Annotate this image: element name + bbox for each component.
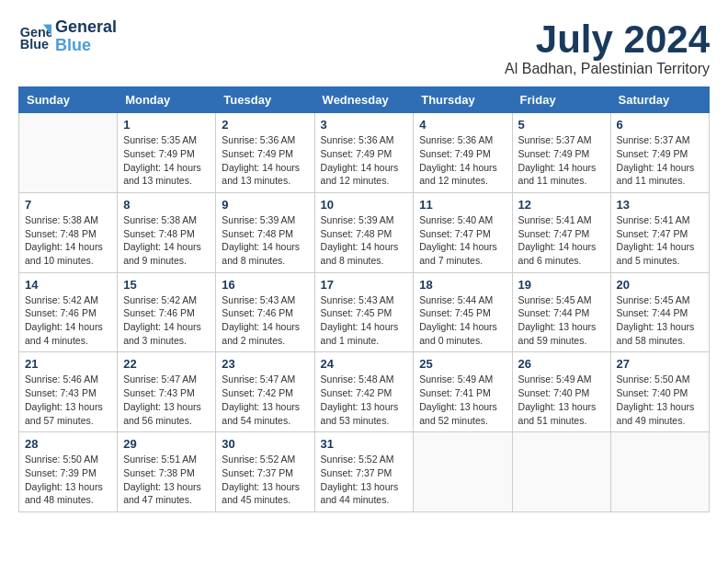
calendar-cell: 14Sunrise: 5:42 AM Sunset: 7:46 PM Dayli… [19, 272, 118, 352]
calendar-cell: 23Sunrise: 5:47 AM Sunset: 7:42 PM Dayli… [216, 352, 314, 432]
day-info: Sunrise: 5:36 AM Sunset: 7:49 PM Dayligh… [222, 133, 308, 188]
day-number: 4 [419, 118, 506, 132]
day-info: Sunrise: 5:37 AM Sunset: 7:49 PM Dayligh… [617, 133, 703, 188]
day-number: 16 [222, 278, 308, 292]
calendar-header-row: SundayMondayTuesdayWednesdayThursdayFrid… [19, 87, 710, 113]
calendar-cell: 26Sunrise: 5:49 AM Sunset: 7:40 PM Dayli… [512, 352, 610, 432]
day-info: Sunrise: 5:52 AM Sunset: 7:37 PM Dayligh… [222, 453, 308, 507]
day-info: Sunrise: 5:47 AM Sunset: 7:42 PM Dayligh… [222, 373, 308, 427]
day-info: Sunrise: 5:42 AM Sunset: 7:46 PM Dayligh… [123, 293, 210, 348]
day-info: Sunrise: 5:49 AM Sunset: 7:40 PM Dayligh… [518, 373, 605, 427]
calendar-cell: 5Sunrise: 5:37 AM Sunset: 7:49 PM Daylig… [512, 113, 610, 193]
page-header: General Blue General Blue July 2024 Al B… [18, 18, 710, 77]
day-info: Sunrise: 5:39 AM Sunset: 7:48 PM Dayligh… [321, 213, 408, 268]
calendar-header-sunday: Sunday [19, 87, 118, 113]
day-info: Sunrise: 5:36 AM Sunset: 7:49 PM Dayligh… [321, 133, 408, 188]
day-number: 27 [617, 357, 703, 371]
calendar-header-wednesday: Wednesday [314, 87, 414, 113]
day-number: 21 [25, 357, 111, 371]
calendar-cell: 2Sunrise: 5:36 AM Sunset: 7:49 PM Daylig… [216, 113, 314, 193]
day-number: 20 [617, 278, 703, 292]
svg-text:Blue: Blue [20, 36, 49, 51]
calendar-cell: 30Sunrise: 5:52 AM Sunset: 7:37 PM Dayli… [216, 432, 314, 512]
day-info: Sunrise: 5:47 AM Sunset: 7:43 PM Dayligh… [123, 373, 210, 427]
calendar-header-monday: Monday [118, 87, 216, 113]
calendar-cell: 12Sunrise: 5:41 AM Sunset: 7:47 PM Dayli… [512, 192, 610, 272]
day-number: 15 [123, 278, 210, 292]
calendar-cell: 17Sunrise: 5:43 AM Sunset: 7:45 PM Dayli… [314, 272, 414, 352]
sub-title: Al Badhan, Palestinian Territory [505, 61, 710, 77]
calendar-cell: 13Sunrise: 5:41 AM Sunset: 7:47 PM Dayli… [610, 192, 709, 272]
day-info: Sunrise: 5:51 AM Sunset: 7:38 PM Dayligh… [123, 453, 210, 507]
day-info: Sunrise: 5:46 AM Sunset: 7:43 PM Dayligh… [25, 373, 111, 427]
calendar-cell [414, 432, 512, 512]
calendar-cell: 28Sunrise: 5:50 AM Sunset: 7:39 PM Dayli… [19, 432, 118, 512]
day-info: Sunrise: 5:36 AM Sunset: 7:49 PM Dayligh… [419, 133, 506, 188]
day-number: 22 [123, 357, 210, 371]
day-number: 13 [617, 198, 703, 212]
calendar-cell: 25Sunrise: 5:49 AM Sunset: 7:41 PM Dayli… [414, 352, 512, 432]
calendar-cell [610, 432, 709, 512]
calendar-cell: 15Sunrise: 5:42 AM Sunset: 7:46 PM Dayli… [118, 272, 216, 352]
day-info: Sunrise: 5:43 AM Sunset: 7:46 PM Dayligh… [222, 293, 308, 348]
day-number: 25 [419, 357, 506, 371]
day-info: Sunrise: 5:44 AM Sunset: 7:45 PM Dayligh… [419, 293, 506, 348]
calendar-cell: 20Sunrise: 5:45 AM Sunset: 7:44 PM Dayli… [610, 272, 709, 352]
day-info: Sunrise: 5:37 AM Sunset: 7:49 PM Dayligh… [518, 133, 605, 188]
calendar-cell: 24Sunrise: 5:48 AM Sunset: 7:42 PM Dayli… [314, 352, 414, 432]
calendar-cell: 27Sunrise: 5:50 AM Sunset: 7:40 PM Dayli… [610, 352, 709, 432]
day-number: 30 [222, 437, 308, 451]
calendar-cell: 7Sunrise: 5:38 AM Sunset: 7:48 PM Daylig… [19, 192, 118, 272]
day-info: Sunrise: 5:48 AM Sunset: 7:42 PM Dayligh… [321, 373, 408, 427]
logo-line1: General [55, 18, 117, 37]
day-number: 9 [222, 198, 308, 212]
day-info: Sunrise: 5:35 AM Sunset: 7:49 PM Dayligh… [123, 133, 210, 188]
calendar-cell: 29Sunrise: 5:51 AM Sunset: 7:38 PM Dayli… [118, 432, 216, 512]
day-info: Sunrise: 5:49 AM Sunset: 7:41 PM Dayligh… [419, 373, 506, 427]
day-number: 1 [123, 118, 210, 132]
calendar-cell: 4Sunrise: 5:36 AM Sunset: 7:49 PM Daylig… [414, 113, 512, 193]
day-number: 6 [617, 118, 703, 132]
title-block: July 2024 Al Badhan, Palestinian Territo… [505, 18, 710, 77]
calendar-cell: 18Sunrise: 5:44 AM Sunset: 7:45 PM Dayli… [414, 272, 512, 352]
day-info: Sunrise: 5:39 AM Sunset: 7:48 PM Dayligh… [222, 213, 308, 268]
day-number: 11 [419, 198, 506, 212]
calendar-cell: 19Sunrise: 5:45 AM Sunset: 7:44 PM Dayli… [512, 272, 610, 352]
calendar-week-row: 7Sunrise: 5:38 AM Sunset: 7:48 PM Daylig… [19, 192, 710, 272]
calendar-cell [512, 432, 610, 512]
calendar-week-row: 28Sunrise: 5:50 AM Sunset: 7:39 PM Dayli… [19, 432, 710, 512]
calendar-cell: 9Sunrise: 5:39 AM Sunset: 7:48 PM Daylig… [216, 192, 314, 272]
calendar-cell: 6Sunrise: 5:37 AM Sunset: 7:49 PM Daylig… [610, 113, 709, 193]
calendar-cell: 31Sunrise: 5:52 AM Sunset: 7:37 PM Dayli… [314, 432, 414, 512]
day-number: 10 [321, 198, 408, 212]
day-number: 28 [25, 437, 111, 451]
day-number: 19 [518, 278, 605, 292]
day-number: 12 [518, 198, 605, 212]
calendar-week-row: 14Sunrise: 5:42 AM Sunset: 7:46 PM Dayli… [19, 272, 710, 352]
day-info: Sunrise: 5:50 AM Sunset: 7:40 PM Dayligh… [617, 373, 703, 427]
logo-line2: Blue [55, 37, 117, 55]
day-info: Sunrise: 5:41 AM Sunset: 7:47 PM Dayligh… [617, 213, 703, 268]
calendar-header-thursday: Thursday [414, 87, 512, 113]
day-number: 8 [123, 198, 210, 212]
day-info: Sunrise: 5:40 AM Sunset: 7:47 PM Dayligh… [419, 213, 506, 268]
day-info: Sunrise: 5:52 AM Sunset: 7:37 PM Dayligh… [321, 453, 408, 507]
day-info: Sunrise: 5:43 AM Sunset: 7:45 PM Dayligh… [321, 293, 408, 348]
calendar-cell: 10Sunrise: 5:39 AM Sunset: 7:48 PM Dayli… [314, 192, 414, 272]
day-info: Sunrise: 5:45 AM Sunset: 7:44 PM Dayligh… [617, 293, 703, 348]
calendar-cell: 3Sunrise: 5:36 AM Sunset: 7:49 PM Daylig… [314, 113, 414, 193]
day-number: 18 [419, 278, 506, 292]
day-info: Sunrise: 5:45 AM Sunset: 7:44 PM Dayligh… [518, 293, 605, 348]
calendar-week-row: 21Sunrise: 5:46 AM Sunset: 7:43 PM Dayli… [19, 352, 710, 432]
day-info: Sunrise: 5:42 AM Sunset: 7:46 PM Dayligh… [25, 293, 111, 348]
day-number: 24 [321, 357, 408, 371]
main-title: July 2024 [505, 18, 710, 61]
calendar-cell: 16Sunrise: 5:43 AM Sunset: 7:46 PM Dayli… [216, 272, 314, 352]
calendar-cell [19, 113, 118, 193]
logo-icon: General Blue [18, 20, 51, 53]
calendar-week-row: 1Sunrise: 5:35 AM Sunset: 7:49 PM Daylig… [19, 113, 710, 193]
calendar-header-tuesday: Tuesday [216, 87, 314, 113]
logo: General Blue General Blue [18, 18, 117, 55]
day-number: 3 [321, 118, 408, 132]
calendar-header-friday: Friday [512, 87, 610, 113]
